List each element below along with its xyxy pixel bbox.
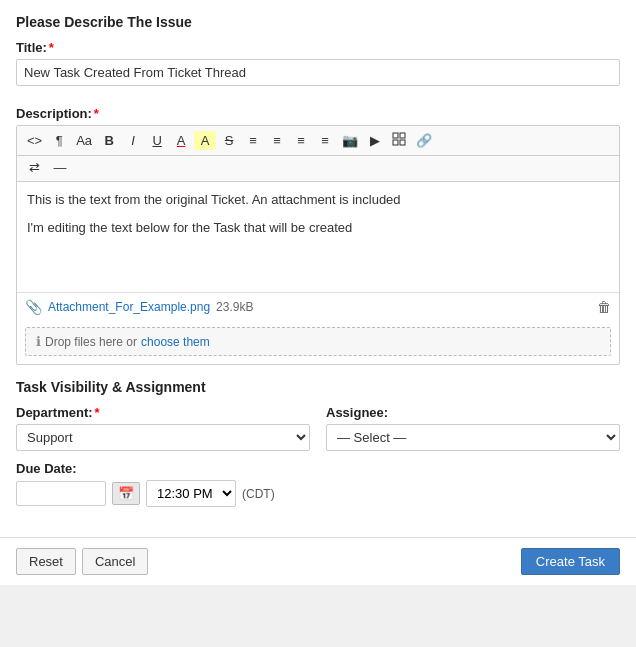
- attachment-delete-btn[interactable]: 🗑: [597, 299, 611, 315]
- title-input[interactable]: [16, 59, 620, 86]
- assignee-select[interactable]: — Select —: [326, 424, 620, 451]
- link-btn[interactable]: 🔗: [412, 131, 436, 150]
- visibility-title: Task Visibility & Assignment: [16, 379, 620, 395]
- footer-left: Reset Cancel: [16, 548, 148, 575]
- due-date-input[interactable]: [16, 481, 106, 506]
- format-btn[interactable]: ⇄: [23, 158, 45, 177]
- reset-button[interactable]: Reset: [16, 548, 76, 575]
- editor-line1: This is the text from the original Ticke…: [27, 190, 609, 210]
- italic-btn[interactable]: I: [122, 131, 144, 150]
- title-label: Title:*: [16, 40, 620, 55]
- attachment-size: 23.9kB: [216, 300, 253, 314]
- attachment-bar: 📎 Attachment_For_Example.png 23.9kB 🗑: [17, 292, 619, 321]
- alignleft-btn[interactable]: ≡: [290, 131, 312, 150]
- department-select[interactable]: Support: [16, 424, 310, 451]
- svg-rect-2: [393, 140, 398, 145]
- editor-area[interactable]: This is the text from the original Ticke…: [17, 182, 619, 292]
- bold-btn[interactable]: B: [98, 131, 120, 150]
- alignright-btn[interactable]: ≡: [314, 131, 336, 150]
- dept-assignee-row: Department:* Support Assignee: — Select …: [16, 405, 620, 451]
- editor-wrapper: <> ¶ Aa B I U A A S ≡ ≡ ≡ ≡ 📷 ▶ �: [16, 125, 620, 365]
- attachment-link[interactable]: Attachment_For_Example.png: [48, 300, 210, 314]
- media-btn[interactable]: ▶: [364, 131, 386, 150]
- drop-text: Drop files here or: [45, 335, 137, 349]
- section-title: Please Describe The Issue: [16, 14, 620, 30]
- drop-info-icon: ℹ: [36, 334, 41, 349]
- due-date-row: 📅 12:30 PM (CDT): [16, 480, 620, 507]
- font-btn[interactable]: Aa: [72, 131, 96, 150]
- create-task-button[interactable]: Create Task: [521, 548, 620, 575]
- assignee-label: Assignee:: [326, 405, 620, 420]
- color-btn[interactable]: A: [170, 131, 192, 150]
- due-date-label: Due Date:: [16, 461, 620, 476]
- drop-area: ℹ Drop files here or choose them: [25, 327, 611, 356]
- cancel-button[interactable]: Cancel: [82, 548, 148, 575]
- calendar-btn[interactable]: 📅: [112, 482, 140, 505]
- strikethrough-btn[interactable]: S: [218, 131, 240, 150]
- svg-rect-0: [393, 133, 398, 138]
- table-btn[interactable]: [388, 130, 410, 151]
- ol-btn[interactable]: ≡: [266, 131, 288, 150]
- editor-toolbar-row2: ⇄ —: [17, 156, 619, 182]
- department-col: Department:* Support: [16, 405, 310, 451]
- svg-rect-1: [400, 133, 405, 138]
- svg-rect-3: [400, 140, 405, 145]
- paragraph-btn[interactable]: ¶: [48, 131, 70, 150]
- department-label: Department:*: [16, 405, 310, 420]
- hr-btn[interactable]: —: [49, 158, 71, 177]
- attachment-icon: 📎: [25, 299, 42, 315]
- underline-btn[interactable]: U: [146, 131, 168, 150]
- time-select[interactable]: 12:30 PM: [146, 480, 236, 507]
- editor-toolbar: <> ¶ Aa B I U A A S ≡ ≡ ≡ ≡ 📷 ▶ �: [17, 126, 619, 156]
- choose-files-link[interactable]: choose them: [141, 335, 210, 349]
- visibility-section: Task Visibility & Assignment Department:…: [16, 379, 620, 507]
- code-btn[interactable]: <>: [23, 131, 46, 150]
- assignee-col: Assignee: — Select —: [326, 405, 620, 451]
- description-label: Description:*: [16, 106, 620, 121]
- ul-btn[interactable]: ≡: [242, 131, 264, 150]
- due-date-row-wrapper: Due Date: 📅 12:30 PM (CDT): [16, 461, 620, 507]
- bgcolor-btn[interactable]: A: [194, 131, 216, 150]
- main-container: Please Describe The Issue Title:* Descri…: [0, 0, 636, 537]
- timezone-label: (CDT): [242, 487, 275, 501]
- editor-line2: I'm editing the text below for the Task …: [27, 218, 609, 238]
- footer-bar: Reset Cancel Create Task: [0, 537, 636, 585]
- image-btn[interactable]: 📷: [338, 131, 362, 150]
